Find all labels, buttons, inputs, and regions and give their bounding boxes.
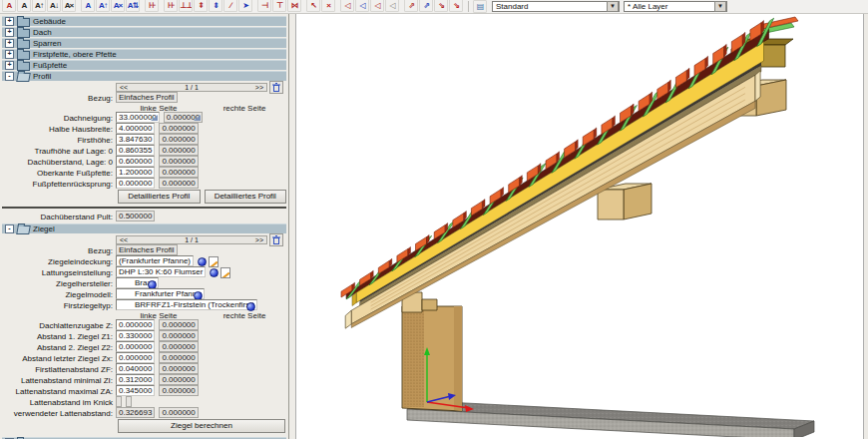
expand-icon[interactable]: + [5, 39, 14, 48]
dimtext-x-icon[interactable]: A× [111, 0, 125, 12]
dimtext-swap-icon[interactable]: A⇅ [126, 0, 140, 12]
delete-ziegel-button[interactable] [269, 233, 283, 246]
lattenabstand-max-left-input[interactable]: 0.345000 [116, 385, 155, 396]
prev-page-button[interactable]: << [120, 84, 128, 91]
expand-icon[interactable]: + [5, 17, 14, 26]
dim-baseline-icon[interactable]: ⊥⊥ [179, 0, 193, 12]
text-down-icon[interactable]: A↓ [47, 0, 61, 12]
lattenabstand-min-right-field[interactable]: 0.000000 [159, 374, 198, 385]
abstand1-right-field[interactable]: 0.000000 [159, 330, 198, 341]
ziegel-berechnen-button[interactable]: Ziegel berechnen [118, 419, 285, 433]
traufhoehe-right-field[interactable]: 0.000000 [159, 145, 198, 156]
ruecksprung-left-input[interactable]: 0.000000 [116, 178, 155, 189]
prev-page-button[interactable]: << [120, 236, 128, 243]
text-up-icon[interactable]: A↑ [32, 0, 46, 12]
oberkante-right-field[interactable]: 0.000000 [159, 167, 198, 178]
text-icon[interactable]: A [17, 0, 31, 12]
firstlattenabstand-left-input[interactable]: 0.040000 [116, 363, 155, 374]
field-label: Abstand 1. Ziegel Z1: [0, 332, 116, 341]
arrow-ref4-icon[interactable]: ◁ [385, 0, 399, 12]
dim-edit1-icon[interactable]: ⊣ [257, 0, 271, 12]
abstand-letzter-right-field[interactable]: 0.000000 [159, 352, 198, 363]
tree-item-fusspfette[interactable]: + Fußpfette [2, 60, 286, 70]
style-dropdown[interactable]: Standard ▼ [492, 1, 620, 12]
expand-icon[interactable]: + [5, 50, 14, 59]
dimtext-blue-icon[interactable]: A [81, 0, 95, 12]
slope-dim1-icon[interactable]: ⇗ [404, 0, 418, 12]
expand-icon[interactable]: + [5, 61, 14, 70]
lattenabstand-min-left-input[interactable]: 0.312000 [116, 374, 155, 385]
select-icon[interactable] [198, 257, 207, 266]
pult-field[interactable]: 0.500000 [116, 211, 155, 221]
tree-item-firstpfette[interactable]: + Firstpfette, obere Pfette [2, 49, 286, 59]
arrow-ref2-icon[interactable]: ◁ [355, 0, 369, 12]
delete-profile-button[interactable] [269, 81, 283, 94]
dimtext-up-icon[interactable]: A↑ [96, 0, 110, 12]
viewport-3d[interactable] [295, 14, 864, 439]
view-mode-icon[interactable]: ▤ [473, 0, 487, 13]
layer-dropdown[interactable]: * Alle Layer ▼ [624, 1, 727, 12]
firsthoehe-right-field[interactable]: 0.000000 [159, 134, 198, 145]
dachueberstand-right-field[interactable]: 0.000000 [159, 156, 198, 167]
angle-icon[interactable] [151, 115, 158, 121]
traufhoehe-left-input[interactable]: 0.860355 [116, 145, 155, 156]
dachlattenzugabe-right-field[interactable]: 0.000000 [159, 319, 198, 330]
chevron-down-icon[interactable]: ▼ [607, 1, 619, 12]
dim-ordinate-icon[interactable]: ⇟ [209, 0, 222, 12]
arrow-ref1-icon[interactable]: ◁ [340, 0, 354, 12]
dachlattenzugabe-left-input[interactable]: 0.000000 [116, 319, 155, 330]
lattenabstand-max-right-field[interactable]: 0.000000 [159, 385, 198, 396]
page-indicator: 1 / 1 [185, 236, 199, 243]
chevron-down-icon[interactable]: ▼ [714, 1, 726, 12]
slope-dim3-icon[interactable]: ⇘ [434, 0, 448, 12]
dim-chain-icon[interactable]: ⊦⊦ [164, 0, 178, 12]
firstziegeltyp-field[interactable]: BRFRFZ1-Firststein (Trockenfirst) [116, 299, 257, 310]
tree-item-gebaeude[interactable]: + Gebäude [2, 16, 286, 26]
dim-move-icon[interactable]: ↖ [306, 0, 320, 12]
tree-item-dach[interactable]: + Dach [2, 27, 286, 37]
collapse-icon[interactable]: - [5, 224, 14, 233]
collapse-icon[interactable]: - [5, 72, 14, 81]
edit-notepad-icon[interactable] [220, 267, 230, 278]
dim-vertical-icon[interactable]: ⇞ [194, 0, 208, 12]
dim-merge-icon[interactable]: ⋈ [287, 0, 301, 12]
edit-notepad-icon[interactable] [209, 256, 218, 267]
text-x-icon[interactable]: A× [62, 0, 76, 12]
text-red-icon[interactable]: A [2, 0, 16, 12]
abstand2-right-field[interactable]: 0.000000 [159, 341, 198, 352]
tree-item-profil[interactable]: - Profil [2, 71, 286, 81]
expand-icon[interactable]: + [5, 28, 14, 37]
dachueberstand-left-input[interactable]: 0.600000 [116, 156, 155, 167]
ziegeleindeckung-field[interactable]: (Frankfurter Pfanne) [116, 255, 194, 266]
slope-dim4-icon[interactable]: ⇘ [449, 0, 463, 12]
next-page-button[interactable]: >> [255, 84, 263, 91]
ziegelmodell-field[interactable]: Frankfurter Pfanne [116, 288, 205, 299]
dim-delete-icon[interactable]: × [321, 0, 335, 12]
arrow-ref3-icon[interactable]: ◁ [370, 0, 384, 12]
tree-item-label: Sparren [33, 39, 61, 48]
dim-edit2-icon[interactable]: ⊤ [272, 0, 286, 12]
angle-icon[interactable] [194, 115, 201, 121]
firstlattenabstand-right-field[interactable]: 0.000000 [159, 363, 198, 374]
hausbreite-right-field[interactable]: 0.000000 [159, 123, 198, 134]
ruecksprung-right-field[interactable]: 0.000000 [159, 178, 198, 189]
dim-horizontal-icon[interactable]: ⊦⊦ [145, 0, 159, 12]
detail-profile-right-button[interactable]: Detailliertes Profil [205, 190, 287, 204]
abstand-letzter-left-input[interactable]: 0.000000 [116, 352, 155, 363]
abstand2-left-input[interactable]: 0.000000 [116, 341, 155, 352]
tree-item-sparren[interactable]: + Sparren [2, 38, 286, 48]
slope-dim2-icon[interactable]: ⇗ [419, 0, 433, 12]
section-ziegel[interactable]: - Ziegel [2, 223, 286, 233]
bezug-field[interactable]: Einfaches Profil [116, 92, 178, 103]
lattungseinstellung-field[interactable]: DHP L:30 K:60 Flumser [116, 266, 206, 277]
firsthoehe-left-input[interactable]: 3.847630 [116, 134, 155, 145]
oberkante-left-input[interactable]: 1.200000 [116, 167, 155, 178]
select-icon[interactable] [210, 268, 218, 277]
dim-arrow-icon[interactable]: ➤ [238, 0, 252, 12]
hausbreite-left-input[interactable]: 4.000000 [116, 123, 155, 134]
dim-slope-icon[interactable]: ∕ [223, 0, 237, 12]
detail-profile-left-button[interactable]: Detailliertes Profil [118, 190, 201, 204]
next-page-button[interactable]: >> [255, 236, 263, 243]
ziegel-bezug-field[interactable]: Einfaches Profil [116, 244, 178, 255]
abstand1-left-input[interactable]: 0.330000 [116, 330, 155, 341]
